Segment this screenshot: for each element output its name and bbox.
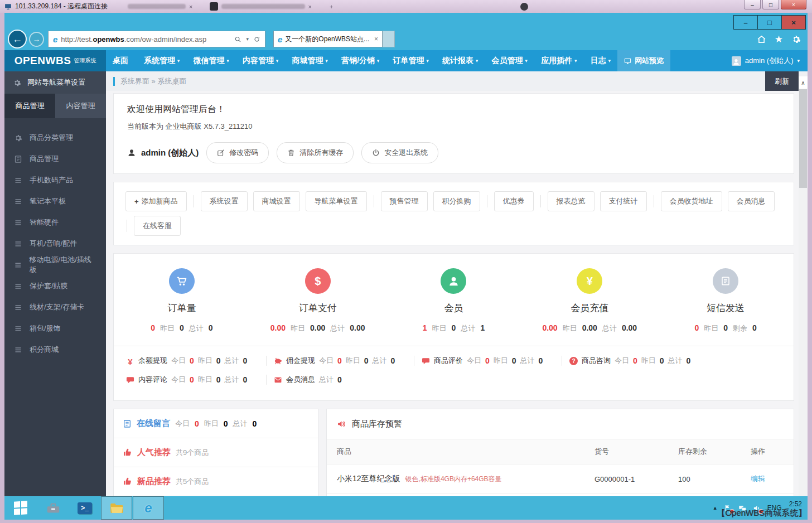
coupon-button[interactable]: 优惠券: [494, 191, 534, 211]
ie-window-controls: – □ ×: [734, 15, 806, 30]
home-icon[interactable]: [757, 35, 766, 44]
add-product-button[interactable]: +添加新商品: [125, 191, 187, 211]
sidebar-item-audio[interactable]: 耳机/音响/配件: [4, 233, 106, 254]
search-icon[interactable]: [234, 36, 241, 43]
rdp-close-button[interactable]: ×: [781, 0, 806, 9]
sidebar-item-power[interactable]: 移动电源/电池/插线板: [4, 254, 106, 275]
ghost-new-tab-icon: +: [330, 3, 333, 10]
nav-item-plugins[interactable]: 应用插件▾: [534, 50, 584, 71]
favorites-star-icon[interactable]: ★: [775, 33, 783, 45]
refresh-button[interactable]: 刷新: [765, 71, 799, 91]
list-icon: [14, 325, 22, 333]
nav-item-wechat[interactable]: 微信管理▾: [187, 50, 236, 71]
online-service-button[interactable]: 在线客服: [134, 216, 181, 236]
sidebar-item-product-mgmt[interactable]: 商品管理: [4, 148, 106, 170]
sidebar-item-cables[interactable]: 线材/支架/存储卡: [4, 297, 106, 318]
nav-item-reports[interactable]: 统计报表▾: [436, 50, 485, 71]
file-explorer-icon[interactable]: [101, 496, 132, 520]
payment-stats-button[interactable]: 支付统计: [600, 191, 647, 211]
divider: [540, 195, 541, 207]
logout-button[interactable]: 安全退出系统: [361, 142, 438, 163]
rdp-minimize-button[interactable]: –: [744, 0, 761, 9]
browser-tab[interactable]: e 又一个新的OpenWBS站点... ×: [273, 31, 383, 47]
mall-settings-button[interactable]: 商城设置: [253, 191, 300, 211]
trash-icon: [287, 149, 295, 157]
sidebar-item-laptops[interactable]: 笔记本平板: [4, 191, 106, 212]
sidebar-tab-content[interactable]: 内容管理: [55, 94, 106, 118]
page-scrollbar[interactable]: ∧: [799, 71, 808, 496]
search-caret-icon[interactable]: ▾: [246, 36, 249, 42]
nav-item-mall[interactable]: 商城管理▾: [286, 50, 335, 71]
chevron-down-icon: ▾: [427, 58, 429, 64]
scroll-up-icon[interactable]: ∧: [799, 76, 808, 89]
ie-close-button[interactable]: ×: [781, 15, 806, 30]
sidebar-tabs: 商品管理 内容管理: [4, 94, 106, 118]
welcome-card: 欢迎使用网站管理后台！ 当前版本为 企业电商版 X5.7.3_211210 ad…: [113, 93, 794, 174]
divider: [374, 195, 374, 207]
list-icon: [14, 219, 22, 227]
ie-address-row: ← → e http://test.openwbs.com/ow-admin/i…: [4, 30, 808, 49]
start-button[interactable]: [4, 496, 37, 520]
divider: [194, 195, 194, 207]
nav-item-marketing[interactable]: 营销/分销▾: [335, 50, 386, 71]
inventory-table: 商品 货号 库存剩余 操作 小米12至尊纪念版银色,标准版4GB内存+64GB容…: [327, 439, 794, 496]
edit-link[interactable]: 编辑: [751, 474, 765, 483]
nav-item-content[interactable]: 内容管理▾: [236, 50, 286, 71]
report-overview-button[interactable]: 报表总览: [548, 191, 594, 211]
nav-item-desktop[interactable]: 桌面: [106, 50, 137, 71]
sidebar-header-nav-menu-settings[interactable]: 网站导航菜单设置: [4, 71, 106, 94]
stat-member-recharge: ¥ 会员充值 0.00昨日0.00总计0.00: [521, 265, 658, 346]
address-bar[interactable]: e http://test.openwbs.com/ow-admin/index…: [48, 31, 265, 47]
ministat-product-reviews: 商品评价今日0昨日0总计0: [422, 356, 554, 366]
presale-button[interactable]: 预售管理: [381, 191, 428, 211]
rdp-maximize-button[interactable]: □: [762, 0, 779, 9]
sidebar-item-phones[interactable]: 手机数码产品: [4, 170, 106, 191]
refresh-icon[interactable]: [253, 36, 260, 43]
gear-icon: [14, 134, 22, 142]
sidebar-item-cases[interactable]: 保护套/贴膜: [4, 275, 106, 297]
sidebar-tab-products[interactable]: 商品管理: [4, 94, 55, 118]
member-message-button[interactable]: 会员消息: [728, 191, 775, 211]
ministat-product-inquiries: ?商品咨询今日0昨日0总计0: [569, 356, 702, 366]
sidebar-item-category-mgmt[interactable]: 商品分类管理: [4, 127, 106, 148]
nav-item-logs[interactable]: 日志▾: [584, 50, 618, 71]
sidebar-item-points-mall[interactable]: 积分商城: [4, 339, 106, 360]
tab-close-icon[interactable]: ×: [374, 35, 378, 43]
nav-item-members[interactable]: 会员管理▾: [485, 50, 535, 71]
points-exchange-button[interactable]: 积分换购: [433, 191, 480, 211]
forward-button[interactable]: →: [29, 32, 44, 47]
back-button[interactable]: ←: [8, 30, 27, 49]
online-messages-row[interactable]: 在线留言 今日0 昨日0 总计0: [114, 409, 318, 438]
clear-cache-button[interactable]: 清除所有缓存: [277, 142, 354, 163]
sidebar-item-bags[interactable]: 箱包/服饰: [4, 318, 106, 339]
plus-icon: +: [134, 197, 139, 206]
clock[interactable]: 2:52: [789, 500, 802, 508]
yen-icon: ¥: [577, 268, 602, 294]
powershell-icon[interactable]: >_: [69, 496, 100, 520]
nav-item-orders[interactable]: 订单管理▾: [386, 50, 436, 71]
table-row: 小米12至尊纪念版银色,标准版4GB内存+64GB容量 G0000001-1 1…: [327, 464, 794, 494]
change-password-button[interactable]: 修改密码: [206, 142, 269, 163]
ghost-tab-close-icon: ×: [189, 3, 192, 10]
internet-explorer-icon[interactable]: e: [133, 496, 164, 520]
rdp-title: 101.33.209.184 - 远程桌面连接: [15, 2, 108, 11]
sidebar-item-smart-hardware[interactable]: 智能硬件: [4, 212, 106, 233]
thumbs-up-icon: [123, 477, 132, 486]
user-menu[interactable]: admin (创始人) ▾: [732, 56, 800, 66]
settings-gear-icon[interactable]: [791, 35, 801, 44]
ie-restore-button[interactable]: □: [757, 15, 782, 30]
nav-item-system[interactable]: 系统管理▾: [137, 50, 187, 71]
system-settings-button[interactable]: 系统设置: [201, 191, 248, 211]
member-address-button[interactable]: 会员收货地址: [661, 191, 722, 211]
nav-menu-settings-button[interactable]: 导航菜单设置: [306, 191, 367, 211]
stat-orders: 订单量 0昨日0总计0: [114, 265, 250, 346]
scrollbar-thumb[interactable]: [799, 89, 807, 188]
ie-minimize-button[interactable]: –: [733, 15, 758, 30]
welcome-title: 欢迎使用网站管理后台！: [127, 104, 780, 115]
site-preview-button[interactable]: 网站预览: [617, 50, 670, 71]
new-tab-button[interactable]: [383, 31, 395, 47]
new-recommend-row[interactable]: 新品推荐 共5个商品: [114, 467, 318, 496]
avatar: [732, 56, 741, 66]
hot-recommend-row[interactable]: 人气推荐 共9个商品: [114, 438, 318, 467]
server-manager-icon[interactable]: [37, 496, 69, 520]
